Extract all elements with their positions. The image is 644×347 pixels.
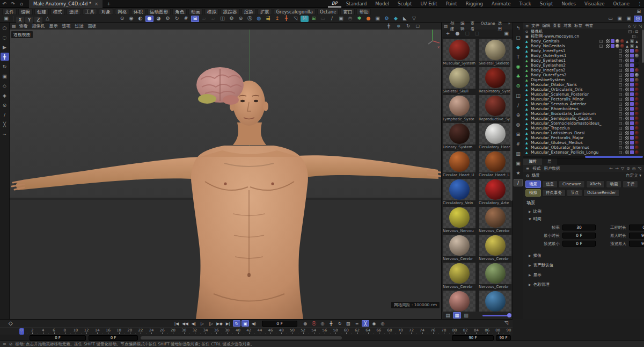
viewport[interactable]: Y x ▤ 查看摄像机显示选项过滤面板 ╋⊕↻▢ 透视视图 网格间距 : 100… bbox=[10, 23, 441, 319]
scale-section-header[interactable]: ▶比例 bbox=[523, 207, 644, 214]
section-tab[interactable]: 节点 bbox=[567, 189, 582, 197]
render-settings-icon[interactable]: ▣ bbox=[625, 16, 633, 22]
solo-object-button[interactable]: ◉ bbox=[370, 320, 378, 327]
enable-toggle[interactable] bbox=[619, 141, 622, 144]
visibility-dots[interactable]: : bbox=[623, 74, 624, 77]
material-thumbnail[interactable] bbox=[443, 67, 475, 89]
enable-toggle[interactable] bbox=[619, 151, 622, 154]
field-input[interactable]: 90 F bbox=[629, 233, 644, 238]
filter-icon[interactable]: ▽ bbox=[633, 24, 636, 28]
annotate-pen-icon[interactable]: ∕ bbox=[514, 179, 523, 186]
menu-item[interactable]: 网格 bbox=[115, 9, 129, 15]
range-slider-track[interactable] bbox=[141, 336, 342, 339]
material-menu-icon[interactable]: ▤ bbox=[444, 24, 448, 28]
layout-tab[interactable]: Animate bbox=[488, 1, 515, 7]
object-menu-item[interactable]: 对象 bbox=[564, 23, 572, 28]
object-tag[interactable] bbox=[630, 126, 634, 130]
record-button[interactable]: ● bbox=[302, 320, 309, 327]
object-tag[interactable] bbox=[625, 49, 629, 53]
object-tag[interactable] bbox=[625, 97, 629, 101]
enable-toggle[interactable] bbox=[619, 122, 622, 125]
current-frame-field[interactable]: 0 F bbox=[262, 321, 297, 327]
object-tag[interactable] bbox=[635, 112, 639, 115]
object-row[interactable]: ▲ Body_OuterEyes1 : bbox=[523, 53, 644, 58]
material-thumbnail[interactable] bbox=[479, 179, 511, 200]
viewport-menu-icon[interactable]: ▤ bbox=[12, 24, 16, 28]
object-tag[interactable] bbox=[635, 121, 639, 125]
viewport-canvas[interactable]: Y x bbox=[10, 23, 441, 319]
object-tag[interactable] bbox=[611, 44, 614, 48]
pan-view-icon[interactable]: ╋ bbox=[385, 23, 393, 29]
material-item[interactable]: Reproductive_Sy bbox=[478, 95, 512, 122]
menu-item[interactable]: 工具 bbox=[83, 9, 97, 15]
person-icon[interactable]: ◣ bbox=[401, 16, 409, 22]
object-tag[interactable] bbox=[625, 88, 629, 91]
enable-toggle[interactable] bbox=[619, 112, 622, 115]
snap-radial-icon[interactable]: ⊙ bbox=[118, 16, 126, 22]
enable-toggle[interactable] bbox=[619, 103, 622, 106]
autokey-button[interactable]: Ⓐ bbox=[310, 320, 318, 327]
square-tool-icon[interactable]: ▢ bbox=[514, 34, 523, 41]
menu-item[interactable]: 对象 bbox=[99, 9, 113, 15]
hash-grid-icon[interactable]: # bbox=[514, 140, 523, 148]
object-tag[interactable] bbox=[625, 78, 629, 82]
visibility-dots[interactable]: : bbox=[623, 132, 624, 135]
material-thumbnail[interactable] bbox=[479, 151, 511, 172]
material-sphere-icon[interactable]: ● bbox=[453, 31, 462, 37]
object-tag[interactable] bbox=[625, 131, 629, 135]
camera-bake-icon[interactable]: ▣ bbox=[374, 16, 382, 22]
layout-tab[interactable]: Track bbox=[516, 1, 535, 7]
record-position-button[interactable]: ╋ bbox=[327, 320, 335, 327]
enable-toggle[interactable] bbox=[599, 40, 603, 43]
material-thumbnail[interactable] bbox=[443, 123, 475, 144]
object-tag[interactable] bbox=[635, 54, 639, 57]
material-thumbnail[interactable] bbox=[443, 263, 475, 284]
camera-box-icon[interactable]: ▣ bbox=[514, 160, 523, 167]
material-thumbnail[interactable] bbox=[479, 39, 511, 61]
object-row[interactable]: ▲ Muscular_Obturator_Internus : bbox=[523, 145, 644, 150]
axis-center-icon[interactable]: ╋ bbox=[282, 16, 290, 22]
collapsed-section-header[interactable]: ▶插值 bbox=[523, 249, 644, 258]
history-back-icon[interactable]: ← bbox=[610, 166, 613, 171]
green-gear-icon[interactable]: ⚙ bbox=[514, 82, 523, 90]
object-tag[interactable] bbox=[630, 102, 634, 106]
material-layout-icon[interactable]: ▣ bbox=[502, 31, 510, 37]
layout-tab[interactable]: Standard bbox=[342, 1, 371, 7]
object-row[interactable]: ▲ Muscular_Scalenus_Posterior : bbox=[523, 92, 644, 97]
status-menu-icon[interactable]: ≡ bbox=[3, 342, 6, 346]
object-tag[interactable]: ▲ bbox=[635, 39, 639, 43]
undo-icon[interactable]: ↶ bbox=[0, 1, 9, 6]
object-menu-item[interactable]: 标签 bbox=[574, 23, 582, 28]
object-row[interactable]: ▲ Muscular_Semispinalis_Capitis : bbox=[523, 116, 644, 121]
layout-tab[interactable]: BP bbox=[328, 0, 341, 8]
visibility-dots[interactable]: : bbox=[623, 49, 624, 53]
workplane-settings-icon[interactable]: ⚙ bbox=[228, 16, 236, 22]
object-tag[interactable] bbox=[635, 131, 639, 135]
disabled-icon-2[interactable]: ▢ bbox=[473, 31, 481, 37]
visibility-dots[interactable]: : bbox=[623, 107, 624, 111]
material-menu-item[interactable]: 选用 bbox=[498, 21, 506, 32]
object-tag[interactable] bbox=[630, 63, 634, 67]
object-tag[interactable] bbox=[625, 68, 629, 72]
field-input[interactable]: 0 F bbox=[629, 225, 644, 230]
home-icon[interactable]: ⌂ bbox=[628, 24, 631, 28]
material-item[interactable]: Nervous_Cerebr bbox=[478, 263, 512, 290]
material-item[interactable]: Circulatory_Hear bbox=[478, 123, 512, 150]
octane-render-icon[interactable]: ◎ bbox=[634, 16, 642, 22]
object-tag[interactable] bbox=[635, 68, 639, 72]
globe-icon[interactable]: ◍ bbox=[255, 16, 263, 22]
object-tag[interactable] bbox=[625, 150, 629, 154]
move-tool-icon[interactable]: ╋ bbox=[1, 53, 9, 61]
live-selection-icon[interactable]: ◌ bbox=[1, 33, 9, 41]
object-tag[interactable] bbox=[611, 39, 614, 43]
range-field[interactable]: 0 F bbox=[89, 335, 138, 341]
grid-snap-icon[interactable]: ⊞ bbox=[191, 16, 199, 22]
timeline-maximize-icon[interactable]: ◹ bbox=[504, 320, 508, 326]
dark-sphere-icon[interactable]: ◓ bbox=[346, 16, 354, 22]
object-tag[interactable] bbox=[635, 83, 639, 86]
material-thumbnail[interactable] bbox=[479, 123, 511, 144]
object-tag[interactable] bbox=[635, 150, 639, 154]
material-menu-item[interactable]: 编辑 bbox=[460, 21, 468, 32]
enable-toggle[interactable] bbox=[619, 93, 622, 96]
array-grid-icon[interactable]: ⊞ bbox=[514, 131, 523, 138]
